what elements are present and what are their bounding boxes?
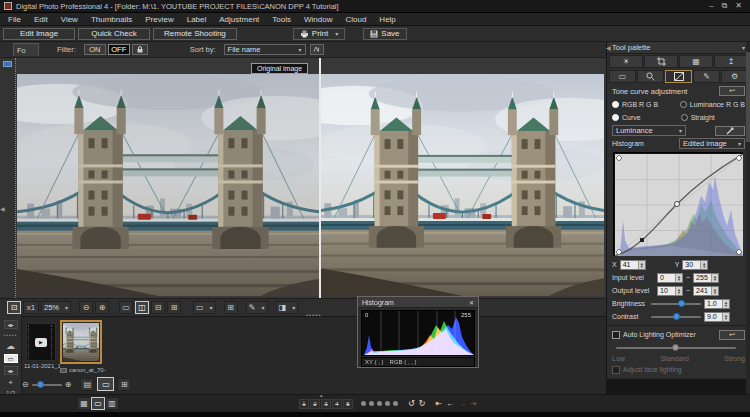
quick-check-button[interactable]: Quick Check <box>78 28 150 40</box>
input-max-spinner[interactable]: 255▲▼ <box>693 273 719 283</box>
filter-on-button[interactable]: ON <box>84 44 106 55</box>
preview-mode-button[interactable]: ▭ ▾ <box>193 301 216 314</box>
output-max-spinner[interactable]: 241▲▼ <box>693 286 719 296</box>
sort-ascending-button[interactable] <box>310 44 324 55</box>
caret-down-icon[interactable]: ▾ <box>335 31 338 37</box>
nav-first-button[interactable]: ⇤ <box>435 399 442 408</box>
rating-2-button[interactable]: 2 <box>310 399 320 409</box>
tab-settings[interactable]: ⚙ <box>721 70 748 83</box>
selected-thumbnail[interactable] <box>60 320 102 364</box>
spinner-arrows-icon[interactable]: ▲▼ <box>711 287 718 295</box>
menu-tools[interactable]: Tools <box>272 15 291 24</box>
scrollbar-thumb[interactable] <box>746 52 750 142</box>
cloud-icon[interactable]: ☁ <box>6 341 15 351</box>
radio-straight[interactable] <box>681 114 688 121</box>
curve-point-circle[interactable] <box>675 202 680 207</box>
spinner-arrows-icon[interactable]: ▲▼ <box>700 261 707 269</box>
color-label-2-button[interactable] <box>369 401 374 406</box>
zoom-in-button[interactable]: ⊕ <box>95 301 109 314</box>
contrast-slider[interactable] <box>651 312 701 321</box>
rotate-right-button[interactable]: ↻ <box>419 399 426 408</box>
print-button[interactable]: Print ▾ <box>293 28 345 40</box>
remote-shooting-button[interactable]: Remote Shooting <box>153 28 237 40</box>
zoom-level-select[interactable]: 25% ▾ <box>41 301 71 314</box>
alo-slider[interactable] <box>616 343 736 352</box>
menu-file[interactable]: File <box>8 15 21 24</box>
palette-scrollbar[interactable] <box>746 42 750 412</box>
panel-layout-button[interactable]: ◨ ▾ <box>276 301 299 314</box>
minimize-button[interactable]: – <box>709 1 713 11</box>
slider-thumb[interactable] <box>678 300 685 307</box>
original-image-photo[interactable] <box>17 74 319 296</box>
menu-preview[interactable]: Preview <box>145 15 173 24</box>
filter-off-button[interactable]: OFF <box>108 44 130 55</box>
save-button[interactable]: Save <box>363 28 406 40</box>
edit-image-button[interactable]: Edit Image <box>3 28 75 40</box>
slider-thumb[interactable] <box>672 344 679 351</box>
rail-selected-view-button[interactable]: ▭ <box>4 354 18 363</box>
eyedropper-button[interactable] <box>715 126 745 136</box>
rating-1-button[interactable]: 1 <box>299 399 309 409</box>
tab-color[interactable]: ✎ <box>693 70 720 83</box>
actual-size-button[interactable]: x1 <box>23 301 39 314</box>
rail-drag-dots[interactable]: ••••• <box>4 332 18 338</box>
compare-divider[interactable] <box>319 58 321 310</box>
menu-help[interactable]: Help <box>379 15 395 24</box>
channel-select[interactable]: Luminance ▾ <box>612 125 686 136</box>
histogram-popup[interactable]: Histogram ✕ 0 255 XY ( , ) RGB ( , , ) <box>357 296 479 368</box>
rotate-left-button[interactable]: ↺ <box>408 399 415 408</box>
radio-curve[interactable] <box>612 114 619 121</box>
spinner-arrows-icon[interactable]: ▲▼ <box>638 261 645 269</box>
thumb-smaller-button[interactable]: ⊖ <box>22 380 29 389</box>
view-compare-sync-button[interactable]: ⊟ <box>151 301 165 314</box>
thumb-larger-button[interactable]: ⊕ <box>65 380 72 389</box>
nav-next-button[interactable]: → <box>458 399 466 408</box>
tab-basic-adjustment[interactable]: ☀ <box>609 55 643 68</box>
tab-preview[interactable]: ▭ <box>609 70 636 83</box>
thumb-size-slider[interactable] <box>32 380 62 389</box>
alo-checkbox[interactable] <box>612 331 620 339</box>
bottombar-collapse-handle[interactable]: ▴ <box>320 392 323 398</box>
nav-previous-button[interactable]: ← <box>446 399 454 408</box>
folder-panel-tab[interactable]: Fo <box>13 43 39 56</box>
brightness-slider[interactable] <box>651 299 701 308</box>
filter-lock-button[interactable] <box>132 44 148 55</box>
video-thumbnail[interactable]: ▶ <box>26 323 56 361</box>
left-collapse-arrow-icon[interactable]: ◀ <box>0 205 5 212</box>
color-edit-button[interactable]: ✎ ▾ <box>246 301 268 314</box>
reset-tone-curve-button[interactable]: ↩ <box>719 86 745 96</box>
menu-label[interactable]: Label <box>187 15 207 24</box>
x-spinner[interactable]: 41▲▼ <box>620 260 646 270</box>
rating-3-button[interactable]: 3 <box>321 399 331 409</box>
color-label-5-button[interactable] <box>393 401 398 406</box>
rail-add-button[interactable]: + <box>8 378 13 387</box>
view-single-button[interactable]: ▭ <box>119 301 133 314</box>
radio-rgb[interactable] <box>612 101 619 108</box>
menu-cloud[interactable]: Cloud <box>345 15 366 24</box>
menu-edit[interactable]: Edit <box>34 15 48 24</box>
thumb-view-large-button[interactable]: ▭ <box>97 377 114 391</box>
thumb-view-multi-button[interactable]: ⊞ <box>117 378 131 391</box>
close-button[interactable]: ✕ <box>735 1 742 11</box>
slider-thumb[interactable] <box>673 313 680 320</box>
restore-button[interactable]: ⧉ <box>722 1 728 11</box>
tab-upload[interactable]: ↥ <box>714 55 748 68</box>
view-multi-button[interactable]: ⊞ <box>167 301 181 314</box>
y-spinner[interactable]: 30▲▼ <box>682 260 708 270</box>
caret-down-icon[interactable]: ▾ <box>742 45 745 51</box>
edited-image-photo[interactable] <box>321 74 604 296</box>
view-compare-split-button[interactable]: ◫ <box>135 301 149 314</box>
radio-luminance[interactable] <box>680 101 687 108</box>
color-label-3-button[interactable] <box>377 401 382 406</box>
histogram-source-select[interactable]: Edited image ▾ <box>679 138 745 149</box>
nav-last-button[interactable]: ⇥ <box>470 399 477 408</box>
tone-curve-editor[interactable] <box>613 152 743 256</box>
tab-tone-curve[interactable] <box>665 70 692 83</box>
grid-overlay-button[interactable]: ⊞ <box>224 301 238 314</box>
spinner-arrows-icon[interactable]: ▲▼ <box>675 287 682 295</box>
tab-crop-angle[interactable] <box>644 55 678 68</box>
menu-view[interactable]: View <box>61 15 78 24</box>
rail-arrows2-button[interactable]: ◂▸ <box>4 366 18 375</box>
output-min-spinner[interactable]: 10▲▼ <box>657 286 683 296</box>
spinner-arrows-icon[interactable]: ▲▼ <box>722 300 729 308</box>
